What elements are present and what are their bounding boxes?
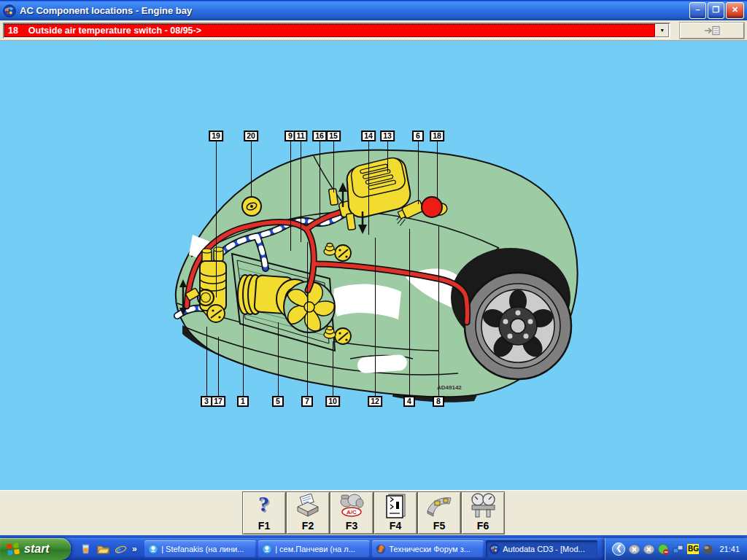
callout-line — [307, 242, 308, 396]
component-icon — [418, 492, 460, 520]
callout-line — [216, 141, 217, 298]
component-dropdown[interactable]: 18 Outside air temperature switch - 08/9… — [3, 23, 670, 39]
taskbar-task-forum[interactable]: Технически Форум з... — [372, 540, 484, 558]
quick-launch: e » — [71, 538, 144, 560]
dropdown-arrow-icon[interactable]: ▼ — [655, 24, 669, 37]
callout-line — [368, 141, 369, 235]
language-indicator[interactable]: BG — [687, 544, 699, 554]
print-button[interactable]: F2 — [286, 491, 330, 534]
illustration-code: AD49142 — [437, 384, 462, 391]
skype-dnd-icon[interactable] — [658, 544, 669, 555]
component-callout-8[interactable]: 8 — [433, 396, 444, 407]
callout-line — [438, 226, 439, 396]
goto-list-icon — [704, 26, 720, 36]
diagram-viewport: 192091116151413618317157101248 AD49142 — [0, 41, 747, 490]
print-icon — [287, 492, 329, 520]
callout-line — [251, 141, 252, 198]
windows-flag-icon — [6, 542, 20, 556]
callout-line — [243, 315, 244, 396]
taskbar-task-panchevi[interactable]: | сем.Панчеви (на л... — [258, 540, 370, 558]
gauges-button[interactable]: F6 — [461, 491, 505, 534]
svg-text:e: e — [116, 543, 121, 555]
taskbar-task-stefanakis[interactable]: | Stefanakis (на лини... — [144, 540, 256, 558]
callout-line — [333, 141, 334, 192]
internet-explorer-icon[interactable]: e — [115, 543, 127, 556]
component-locations-button[interactable]: F5 — [417, 491, 461, 534]
window-title: AC Component locations - Engine bay — [20, 5, 688, 16]
schematic-button[interactable]: F4 — [374, 491, 417, 534]
component-callout-17[interactable]: 17 — [211, 396, 225, 407]
callout-line — [290, 141, 291, 251]
component-callout-16[interactable]: 16 — [312, 131, 327, 141]
skype-contact-icon — [148, 544, 158, 554]
tray-collapse-icon[interactable]: ❮ — [612, 542, 625, 556]
network-icon[interactable] — [673, 544, 684, 555]
offline-status-icon[interactable] — [643, 544, 654, 555]
goto-component-button[interactable] — [680, 23, 744, 39]
component-callout-20[interactable]: 20 — [244, 131, 258, 141]
help-icon: ? ? — [243, 492, 285, 520]
component-callout-5[interactable]: 5 — [272, 396, 284, 407]
function-key-toolbar: ? ? F1 F2 — [0, 490, 747, 538]
taskbar: start e » | Stefanakis (на лини... — [0, 538, 747, 560]
callout-line — [418, 141, 419, 204]
component-callout-18[interactable]: 18 — [430, 131, 444, 141]
schematic-icon — [374, 492, 417, 520]
callout-line — [333, 341, 333, 396]
callout-line — [437, 141, 438, 198]
restore-button[interactable]: ❐ — [708, 2, 724, 19]
messenger-icon[interactable] — [80, 543, 92, 556]
callout-line — [278, 322, 279, 396]
callout-line — [301, 141, 301, 242]
engine-bay-illustration — [0, 41, 747, 490]
ac-badge: A/C — [347, 509, 357, 516]
component-selector-row: 18 Outside air temperature switch - 08/9… — [0, 20, 747, 41]
offline-status-icon[interactable] — [629, 544, 640, 555]
close-button[interactable]: ✕ — [726, 2, 744, 19]
component-callout-4[interactable]: 4 — [403, 396, 415, 407]
volume-sphere-icon[interactable] — [703, 544, 713, 555]
callout-line — [206, 327, 207, 396]
desktop: AC Component locations - Engine bay – ❐ … — [0, 0, 747, 560]
component-dropdown-value[interactable]: 18 Outside air temperature switch - 08/9… — [4, 24, 655, 37]
folder-explorer-icon[interactable] — [97, 543, 109, 556]
callout-line — [375, 238, 376, 396]
skype-contact-icon — [262, 544, 272, 554]
component-callout-7[interactable]: 7 — [301, 396, 313, 407]
firefox-icon — [376, 544, 386, 554]
callout-line — [387, 141, 388, 172]
help-button[interactable]: ? ? F1 — [242, 491, 286, 534]
window-titlebar: AC Component locations - Engine bay – ❐ … — [0, 0, 747, 20]
component-callout-10[interactable]: 10 — [325, 396, 340, 407]
component-callout-1[interactable]: 1 — [237, 396, 249, 407]
component-callout-15[interactable]: 15 — [326, 131, 341, 141]
clock: 21:41 — [719, 545, 740, 553]
task-buttons: | Stefanakis (на лини... | сем.Панчеви (… — [144, 538, 599, 560]
autodata-icon — [489, 544, 500, 554]
callout-line — [320, 141, 320, 219]
minimize-button[interactable]: – — [689, 2, 706, 19]
start-button[interactable]: start — [0, 538, 71, 560]
component-callout-12[interactable]: 12 — [368, 396, 382, 407]
compressor-icon: A/C — [330, 492, 373, 520]
gauges-icon — [462, 492, 504, 520]
callout-line — [409, 229, 410, 396]
ac-system-button[interactable]: A/C F3 — [330, 491, 374, 534]
taskbar-task-autodata[interactable]: Autodata CD3 - [Mod... — [486, 540, 597, 558]
app-icon[interactable] — [3, 4, 16, 18]
component-callout-6[interactable]: 6 — [412, 131, 424, 141]
callout-line — [218, 337, 219, 396]
system-tray: ❮ BG 21:41 — [605, 538, 747, 560]
component-callout-11[interactable]: 11 — [293, 131, 307, 141]
quick-launch-overflow[interactable]: » — [132, 544, 137, 554]
component-callout-19[interactable]: 19 — [209, 131, 223, 141]
svg-text:?: ? — [258, 494, 269, 516]
component-callout-14[interactable]: 14 — [361, 131, 376, 141]
sight-glass — [242, 197, 261, 216]
component-callout-13[interactable]: 13 — [380, 131, 395, 141]
